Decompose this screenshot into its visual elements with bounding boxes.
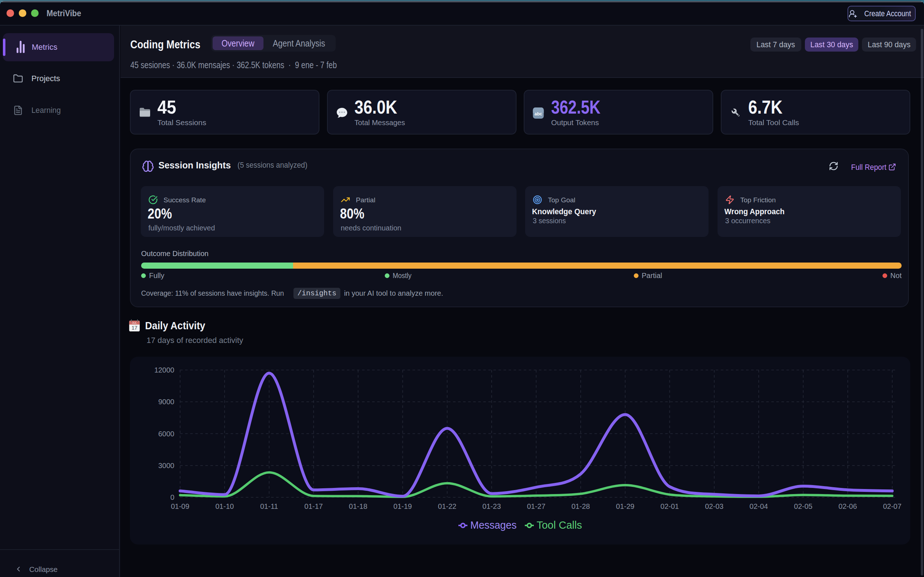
- svg-text:01-23: 01-23: [483, 502, 501, 510]
- svg-text:01-28: 01-28: [571, 502, 590, 510]
- svg-text:6000: 6000: [158, 430, 175, 438]
- svg-text:01-09: 01-09: [171, 502, 189, 510]
- svg-text:JUL: JUL: [132, 321, 137, 324]
- svg-text:01-29: 01-29: [616, 502, 635, 510]
- svg-text:02-06: 02-06: [838, 502, 857, 510]
- svg-text:17: 17: [131, 325, 137, 331]
- svg-text:02-01: 02-01: [661, 502, 679, 510]
- svg-text:01-18: 01-18: [349, 502, 367, 510]
- svg-text:0: 0: [170, 493, 174, 501]
- svg-text:12000: 12000: [154, 366, 174, 374]
- svg-text:3000: 3000: [158, 462, 175, 469]
- svg-text:9000: 9000: [158, 398, 175, 406]
- svg-text:01-22: 01-22: [438, 502, 456, 510]
- svg-text:02-05: 02-05: [794, 502, 813, 510]
- svg-text:02-04: 02-04: [750, 502, 768, 510]
- svg-text:01-17: 01-17: [304, 502, 323, 510]
- svg-text:01-27: 01-27: [527, 502, 545, 510]
- svg-text:01-10: 01-10: [215, 502, 234, 510]
- svg-text:01-19: 01-19: [393, 502, 412, 510]
- svg-text:02-07: 02-07: [883, 502, 901, 510]
- svg-text:02-03: 02-03: [705, 502, 723, 510]
- svg-text:abc: abc: [535, 111, 543, 116]
- svg-text:01-11: 01-11: [260, 502, 278, 510]
